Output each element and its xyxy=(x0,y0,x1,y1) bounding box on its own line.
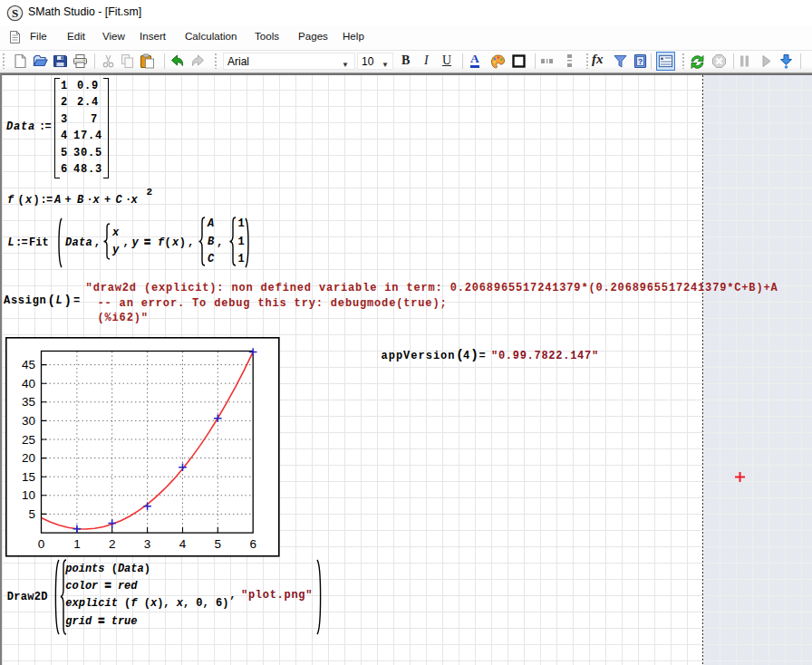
svg-text:15: 15 xyxy=(22,470,35,484)
svg-text:10: 10 xyxy=(22,488,35,502)
svg-text:S: S xyxy=(12,6,18,20)
svg-text:25: 25 xyxy=(22,433,35,447)
svg-text:35: 35 xyxy=(22,395,35,409)
svg-text:45: 45 xyxy=(22,358,35,371)
svg-text:4: 4 xyxy=(179,537,187,551)
svg-text:20: 20 xyxy=(22,451,35,465)
svg-text:5: 5 xyxy=(215,537,222,551)
svg-text:30: 30 xyxy=(22,414,35,428)
svg-text:40: 40 xyxy=(22,377,35,390)
svg-text:2: 2 xyxy=(109,537,116,551)
svg-text:?: ? xyxy=(638,57,643,66)
svg-text:0: 0 xyxy=(38,537,45,551)
svg-text:5: 5 xyxy=(28,507,35,521)
svg-text:3: 3 xyxy=(144,537,151,551)
svg-text:6: 6 xyxy=(249,537,256,551)
svg-text:1: 1 xyxy=(73,537,81,551)
